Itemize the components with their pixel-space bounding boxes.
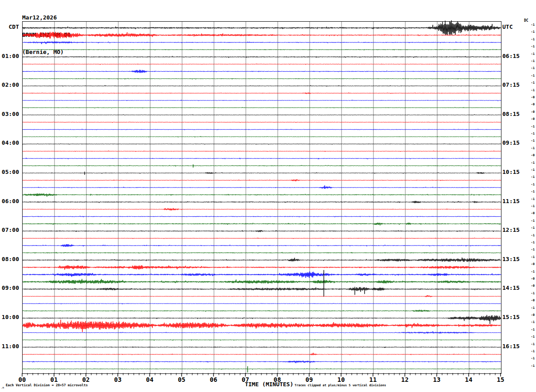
dc-offset-value: -1 — [525, 364, 535, 368]
utc-time-label: 07:15 — [502, 81, 529, 88]
trace-row-15 — [23, 136, 501, 138]
trace-row-32 — [23, 257, 501, 261]
utc-time-label: 06:15 — [502, 53, 529, 59]
dc-offset-value: -1 — [525, 175, 535, 179]
trace-row-29 — [23, 238, 501, 239]
trace-row-17 — [23, 151, 501, 152]
dc-offset-value: -1 — [525, 197, 535, 201]
dc-offset-value: -1 — [525, 74, 535, 78]
trace-row-25 — [23, 208, 501, 210]
minute-label: 11 — [368, 376, 378, 383]
dc-offset-value: -1 — [525, 219, 535, 223]
utc-time-label: UTC — [502, 23, 529, 30]
trace-row-33 — [23, 265, 501, 270]
utc-time-label: 15:15 — [502, 314, 529, 320]
trace-row-31 — [23, 252, 501, 254]
dc-offset-value: -1 — [525, 38, 535, 42]
dc-offset-value: -1 — [525, 342, 535, 346]
dc-offset-value: -1 — [525, 168, 535, 172]
trace-row-46 — [23, 361, 501, 363]
trace-row-21 — [23, 180, 501, 181]
dc-offset-value: -0 — [525, 110, 535, 114]
dc-offset-value: -0 — [525, 117, 535, 121]
dc-offset-value: -1 — [525, 139, 535, 143]
dc-column-header: DC — [524, 19, 528, 23]
trace-row-35 — [23, 279, 501, 284]
dc-offset-value: -1 — [525, 132, 535, 136]
dc-offset-value: -0 — [525, 96, 535, 100]
trace-row-40 — [23, 315, 501, 324]
trace-row-16 — [23, 143, 501, 144]
minute-label: 13 — [432, 376, 442, 383]
trace-row-4 — [23, 56, 501, 58]
trace-row-34 — [23, 272, 501, 278]
trace-row-47 — [23, 366, 501, 373]
dc-offset-value: -0 — [525, 154, 535, 158]
dc-offset-value: -1 — [525, 241, 535, 245]
trace-row-9 — [23, 92, 501, 94]
trace-row-37 — [23, 295, 501, 297]
trace-row-8 — [23, 85, 501, 87]
trace-row-23 — [23, 193, 501, 196]
trace-row-3 — [23, 49, 501, 50]
utc-time-label: 13:15 — [502, 256, 529, 262]
dc-offset-value: -0 — [525, 284, 535, 288]
minute-label: 03 — [113, 376, 123, 383]
minute-label: 14 — [464, 376, 474, 383]
trace-plot[interactable] — [22, 21, 501, 374]
trace-row-43 — [23, 339, 501, 341]
corner-mark: .m — [1, 386, 4, 389]
minute-label: 12 — [400, 376, 410, 383]
trace-row-2 — [23, 42, 501, 44]
local-time-label: 09:00 — [0, 284, 20, 291]
trace-row-1 — [23, 32, 501, 38]
local-time-label: 05:00 — [0, 169, 20, 175]
trace-row-20 — [23, 172, 501, 175]
trace-row-28 — [23, 230, 501, 232]
dc-offset-value: -1 — [525, 81, 535, 85]
dc-offset-value: -1 — [525, 292, 535, 296]
local-time-label: 08:00 — [0, 256, 20, 262]
dc-offset-value: -1 — [525, 161, 535, 165]
trace-row-0 — [23, 20, 501, 35]
trace-row-6 — [23, 70, 501, 73]
dc-offset-value: -0 — [525, 262, 535, 266]
trace-row-14 — [23, 129, 501, 130]
local-time-label: 03:00 — [0, 111, 20, 117]
dc-offset-value: -1 — [525, 255, 535, 259]
local-time-label: 10:00 — [0, 314, 20, 320]
utc-time-label: 16:15 — [502, 343, 529, 350]
trace-row-27 — [23, 223, 501, 225]
dc-offset-value: -0 — [525, 211, 535, 215]
dc-offset-value: -0 — [525, 299, 535, 303]
dc-offset-value: -1 — [525, 335, 535, 339]
minute-label: 05 — [177, 376, 186, 383]
dc-offset-value: -1 — [525, 146, 535, 150]
utc-time-label: 09:15 — [502, 139, 529, 146]
dc-offset-value: -1 — [525, 328, 535, 332]
trace-row-45 — [23, 353, 501, 355]
helicorder-page: Mar12,2026 BRNM EHZ NM 00 (Bernie, MO) D… — [0, 0, 536, 392]
local-time-label: 06:00 — [0, 198, 20, 204]
local-time-label: 02:00 — [0, 81, 20, 88]
dc-offset-value: -1 — [525, 30, 535, 34]
trace-row-41 — [23, 320, 501, 332]
local-time-label: 04:00 — [0, 139, 20, 146]
trace-row-42 — [23, 331, 501, 334]
minute-label: 00 — [17, 376, 27, 383]
trace-row-10 — [23, 100, 501, 101]
minute-label: 15 — [496, 376, 505, 383]
minute-label: 06 — [209, 376, 218, 383]
trace-row-22 — [23, 185, 501, 189]
trace-row-11 — [23, 107, 501, 108]
trace-row-30 — [23, 244, 501, 247]
dc-offset-value: -1 — [525, 59, 535, 63]
dc-offset-value: -0 — [525, 103, 535, 107]
dc-offset-value: -1 — [525, 88, 535, 92]
utc-time-label: 10:15 — [502, 169, 529, 175]
dc-offset-value: -1 — [525, 234, 535, 238]
utc-time-label: 11:15 — [502, 198, 529, 204]
local-time-label: 11:00 — [0, 343, 20, 350]
trace-row-26 — [23, 216, 501, 217]
trace-row-18 — [23, 158, 501, 159]
